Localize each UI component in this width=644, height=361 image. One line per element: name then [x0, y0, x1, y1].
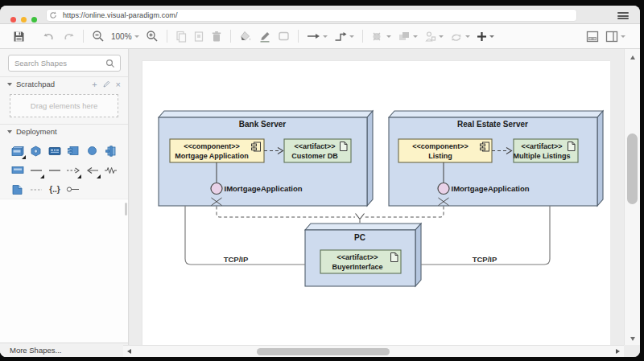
minimize-window-button[interactable] [21, 17, 27, 23]
maximize-window-button[interactable] [31, 17, 37, 23]
shape-style-button[interactable] [275, 27, 293, 45]
paste-icon [175, 31, 187, 43]
arrow-style-dropdown[interactable] [303, 27, 331, 45]
trash-icon [211, 31, 222, 43]
scratchpad-add-icon[interactable]: + [92, 80, 97, 88]
scratchpad-close-icon[interactable]: × [116, 80, 121, 88]
copy-style-button[interactable] [190, 27, 208, 45]
connector-style-dropdown[interactable] [331, 27, 357, 45]
canvas-workspace: Bank Server <<component>> Mortgage Appli… [130, 49, 640, 357]
scratchpad-edit-icon[interactable] [103, 80, 110, 88]
scroll-down-icon[interactable] [630, 337, 635, 341]
browser-window: https://online.visual-paradigm.com/ [0, 6, 640, 357]
line-color-button[interactable] [255, 27, 275, 45]
scroll-right-icon[interactable] [616, 349, 620, 354]
listing-component[interactable]: <<component>> Listing [398, 139, 492, 162]
shape-style-icon [278, 31, 290, 42]
panel-right-icon [605, 31, 618, 43]
close-window-button[interactable] [10, 17, 16, 23]
bring-forward-dropdown[interactable] [394, 27, 421, 45]
collapse-icon [7, 130, 12, 133]
palette-dashed-arrow-icon[interactable] [65, 164, 80, 176]
mortgage-application-component[interactable]: <<component>> Mortgage Application [170, 139, 264, 162]
editor-toolbar: 100% [0, 24, 640, 49]
component-stereotype: <<component>> [412, 142, 469, 150]
toggle-bottom-panel-button[interactable] [583, 27, 602, 45]
add-shape-dropdown[interactable] [473, 27, 497, 45]
palette-artifact-document-icon[interactable] [10, 183, 25, 195]
save-button[interactable] [10, 27, 28, 45]
delete-button[interactable] [208, 27, 225, 45]
browser-titlebar: https://online.visual-paradigm.com/ [0, 6, 640, 24]
component-name: Listing [428, 152, 452, 160]
undo-button[interactable] [39, 27, 59, 45]
tcpip-link-left[interactable]: TCP/IP [185, 206, 305, 265]
chevron-down-icon [386, 35, 391, 38]
sidebar-scrollbar[interactable] [125, 203, 127, 215]
tcpip-link-right[interactable]: TCP/IP [421, 206, 550, 265]
chevron-down-icon [349, 35, 354, 38]
deployment-header[interactable]: Deployment [0, 124, 128, 138]
chevron-down-icon [323, 35, 328, 38]
chevron-down-icon [134, 35, 139, 38]
bank-server-title: Bank Server [239, 120, 286, 129]
paste-button[interactable] [172, 27, 190, 45]
scroll-left-icon[interactable] [127, 349, 131, 354]
vertical-scrollbar-thumb[interactable] [627, 133, 638, 204]
real-estate-server-title: Real Estate Server [457, 120, 528, 129]
document-icon [391, 253, 398, 262]
palette-open-arrow-left-icon[interactable] [85, 164, 100, 176]
palette-rectangle-icon[interactable] [10, 164, 25, 176]
palette-port-component-icon[interactable] [103, 145, 118, 157]
palette-constraint-braces-icon[interactable]: {..} [47, 183, 62, 195]
palette-zigzag-connector-icon[interactable] [103, 164, 118, 176]
palette-association-line-icon[interactable] [28, 164, 43, 176]
palette-lollipop-interface-icon[interactable] [65, 183, 80, 195]
rotate-icon [450, 31, 463, 43]
chevron-down-icon [465, 35, 470, 38]
palette-instance-circle-icon[interactable] [85, 145, 100, 157]
zoom-level-value: 100% [111, 32, 132, 41]
selection-tool-dropdown[interactable] [368, 27, 394, 45]
customer-db-artifact[interactable]: <<artifact>> Customer DB [284, 139, 351, 162]
buyer-interface-artifact[interactable]: <<artifact>> BuyerInterface [320, 250, 401, 273]
scroll-up-icon[interactable] [630, 55, 635, 59]
menu-icon[interactable] [617, 12, 629, 19]
component-stereotype: <<component>> [184, 142, 240, 150]
zoom-in-button[interactable] [142, 27, 162, 45]
horizontal-scrollbar[interactable] [123, 345, 624, 357]
bring-forward-icon [398, 31, 411, 43]
search-input[interactable] [8, 55, 121, 72]
artifact-stereotype: <<artifact>> [294, 142, 335, 150]
fill-color-button[interactable] [236, 27, 255, 45]
chevron-down-icon [621, 35, 625, 38]
drag-hint-text: Drag elements here [31, 101, 97, 110]
palette-link-line-icon[interactable] [47, 164, 62, 176]
collapse-icon [7, 83, 12, 86]
undo-icon [43, 31, 56, 42]
palette-package-component-icon[interactable] [28, 145, 43, 157]
palette-node-icon[interactable] [10, 145, 25, 157]
reload-icon[interactable] [47, 10, 60, 20]
zoom-out-button[interactable] [89, 27, 108, 45]
address-bar[interactable]: https://online.visual-paradigm.com/ [46, 9, 577, 22]
transform-dropdown[interactable] [447, 27, 473, 45]
scratchpad-header[interactable]: Scratchpad + × [0, 76, 128, 91]
vertical-scrollbar[interactable] [624, 49, 640, 345]
palette-device-icon[interactable] [47, 145, 62, 157]
more-shapes-button[interactable]: More Shapes... [0, 343, 128, 357]
palette-component-icon[interactable] [65, 145, 80, 157]
diagram-paper[interactable]: Bank Server <<component>> Mortgage Appli… [142, 60, 610, 345]
deployment-diagram: Bank Server <<component>> Mortgage Appli… [142, 61, 611, 346]
scratchpad-drop-area[interactable]: Drag elements here [10, 94, 118, 117]
multiple-listings-artifact[interactable]: <<artifact>> Multiple Listings [514, 139, 579, 162]
palette-dashed-line-icon[interactable] [28, 183, 43, 195]
toggle-right-panel-dropdown[interactable] [602, 27, 629, 45]
align-icon [424, 31, 436, 43]
document-icon [568, 142, 576, 151]
align-dropdown[interactable] [421, 27, 447, 45]
zoom-level-dropdown[interactable]: 100% [108, 27, 142, 45]
horizontal-scrollbar-thumb[interactable] [257, 348, 390, 355]
redo-button[interactable] [59, 27, 78, 45]
scratchpad-title: Scratchpad [16, 80, 55, 88]
